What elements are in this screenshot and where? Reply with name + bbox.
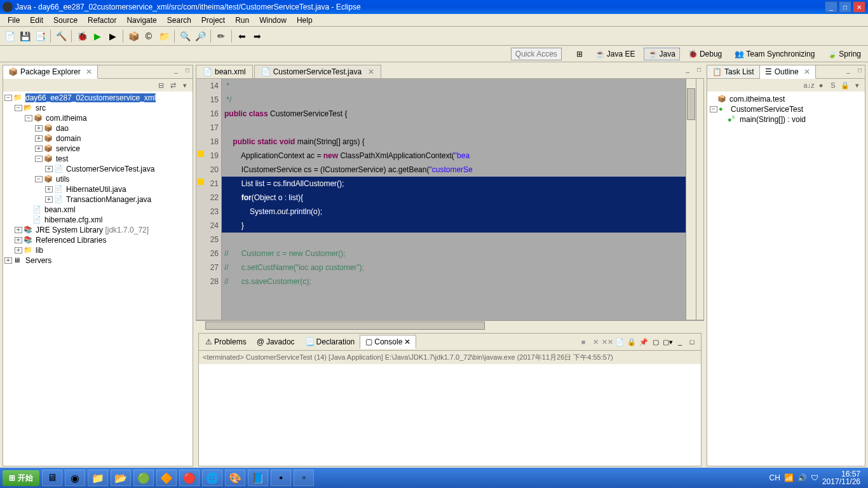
hide-static-button[interactable]: S <box>828 80 838 90</box>
open-console-button[interactable]: ▢▾ <box>663 337 673 347</box>
tree-file-hibernateutil[interactable]: +📄HibernateUtil.java <box>4 184 191 194</box>
display-console-button[interactable]: ▢ <box>651 337 661 347</box>
tree-jre[interactable]: +📚JRE System Library [jdk1.7.0_72] <box>4 225 191 235</box>
taskbar-eclipse-icon[interactable]: ◉ <box>65 470 85 486</box>
menu-help[interactable]: Help <box>292 15 318 26</box>
console-output[interactable] <box>199 364 701 466</box>
tree-src[interactable]: −📂src <box>4 103 191 113</box>
new-button[interactable]: 📄 <box>3 29 17 43</box>
clear-console-button[interactable]: 📄 <box>614 337 625 347</box>
editor-vscrollbar[interactable] <box>686 79 696 320</box>
overview-ruler[interactable] <box>696 79 703 320</box>
tree-folder-domain[interactable]: +📦domain <box>4 133 191 144</box>
tree-folder-utils[interactable]: −📦utils <box>4 174 191 184</box>
tree-folder-service[interactable]: +📦service <box>4 144 191 154</box>
tab-console[interactable]: ▢Console ✕ <box>360 335 416 349</box>
pin-console-button[interactable]: 📌 <box>639 337 649 347</box>
quick-access-input[interactable] <box>511 48 562 60</box>
taskbar-app3-icon[interactable]: 🔴 <box>179 470 200 486</box>
tray-icon[interactable]: 🛡 <box>811 473 818 482</box>
system-tray[interactable]: CH 📶 🔊 🛡 16:57 2017/11/26 <box>764 470 865 485</box>
start-button[interactable]: ⊞开始 <box>3 470 39 486</box>
close-icon[interactable]: ✕ <box>86 67 92 76</box>
tree-folder-dao[interactable]: +📦dao <box>4 123 191 133</box>
taskbar-explorer-icon[interactable]: 📁 <box>88 470 108 486</box>
link-editor-button[interactable]: ⇄ <box>168 80 178 90</box>
view-menu-button[interactable]: ▾ <box>852 80 862 90</box>
tree-file-hibernatexml[interactable]: 📄hibernate.cfg.xml <box>4 215 191 225</box>
editor-tab-beanxml[interactable]: 📄bean.xml <box>196 65 253 78</box>
new-package-button[interactable]: 📦 <box>126 29 140 43</box>
taskbar-word-icon[interactable]: 📘 <box>248 470 268 486</box>
minimize-view-button[interactable]: _ <box>171 65 181 74</box>
save-all-button[interactable]: 📑 <box>33 29 47 43</box>
ime-indicator[interactable]: CH <box>770 473 780 482</box>
sort-button[interactable]: a↓z <box>804 80 814 90</box>
outline-method[interactable]: ●Smain(String[]) : void <box>710 114 862 125</box>
run-button[interactable]: ▶ <box>90 29 104 43</box>
tree-file-beanxml[interactable]: 📄bean.xml <box>4 205 191 215</box>
collapse-all-button[interactable]: ⊟ <box>156 80 166 90</box>
taskbar-folder-icon[interactable]: 📂 <box>111 470 131 486</box>
code-area[interactable]: * */ public class CustomerServiceTest { … <box>222 79 686 320</box>
editor-tab-customerservicetest[interactable]: 📄CustomerServiceTest.java✕ <box>254 65 381 78</box>
warning-marker-icon[interactable] <box>198 151 204 157</box>
taskbar-clock[interactable]: 16:57 2017/11/26 <box>822 470 860 485</box>
maximize-button[interactable]: □ <box>839 1 851 13</box>
minimize-view-button[interactable]: _ <box>675 337 685 347</box>
maximize-view-button[interactable]: □ <box>182 65 193 74</box>
save-button[interactable]: 💾 <box>18 29 32 43</box>
tree-lib[interactable]: +📁lib <box>4 245 191 255</box>
close-icon[interactable]: ✕ <box>368 67 374 76</box>
taskbar-app4-icon[interactable]: 🎨 <box>225 470 245 486</box>
taskbar-chrome-icon[interactable]: 🌐 <box>202 470 222 486</box>
tray-icon[interactable]: 🔊 <box>797 473 807 482</box>
debug-button[interactable]: 🐞 <box>75 29 89 43</box>
scroll-lock-button[interactable]: 🔒 <box>627 337 637 347</box>
perspective-javaee[interactable]: ☕ Java EE <box>591 48 640 60</box>
tab-declaration[interactable]: 📃Declaration <box>300 336 360 348</box>
search-button[interactable]: 🔎 <box>193 29 207 43</box>
tab-tasklist[interactable]: 📋Task List <box>707 65 760 78</box>
package-explorer-tab[interactable]: 📦 Package Explorer ✕ <box>3 65 98 79</box>
taskbar-desktop-icon[interactable]: 🖥 <box>42 470 62 486</box>
run-ext-button[interactable]: ▶ <box>105 29 119 43</box>
tray-icon[interactable]: 📶 <box>784 473 794 482</box>
tree-folder-test[interactable]: −📦test <box>4 154 191 164</box>
tree-file-txmanager[interactable]: +📄TransactionManager.java <box>4 194 191 205</box>
minimize-button[interactable]: _ <box>825 1 837 13</box>
tree-file-test[interactable]: +📄CustomerServiceTest.java <box>4 164 191 174</box>
perspective-java[interactable]: ☕ Java <box>644 48 680 60</box>
close-icon[interactable]: ✕ <box>404 337 410 346</box>
taskbar-app1-icon[interactable]: 🟢 <box>133 470 154 486</box>
tree-servers[interactable]: +🖥Servers <box>4 255 191 266</box>
menu-file[interactable]: File <box>3 15 25 26</box>
new-class-button[interactable]: © <box>142 29 156 43</box>
code-editor[interactable]: 141516171819202122232425262728 * */ publ… <box>196 78 704 320</box>
menu-refactor[interactable]: Refactor <box>83 15 121 26</box>
editor-hscrollbar[interactable] <box>196 320 704 330</box>
package-explorer-tree[interactable]: −📁day66_ee287_02customerservice_xml −📂sr… <box>3 92 193 466</box>
tree-package[interactable]: −📦com.itheima <box>4 113 191 123</box>
remove-all-button[interactable]: ✕✕ <box>602 337 613 347</box>
tab-javadoc[interactable]: @Javadoc <box>252 336 300 348</box>
tree-project[interactable]: −📁day66_ee287_02customerservice_xml <box>4 93 191 103</box>
menu-window[interactable]: Window <box>254 15 292 26</box>
perspective-debug[interactable]: 🐞 Debug <box>684 48 726 60</box>
view-menu-button[interactable]: ▾ <box>180 80 190 90</box>
build-button[interactable]: 🔨 <box>54 29 68 43</box>
taskbar-app5-icon[interactable]: ▫ <box>294 470 314 486</box>
outline-package[interactable]: 📦com.itheima.test <box>710 94 862 104</box>
terminate-button[interactable]: ■ <box>578 337 588 347</box>
new-folder-button[interactable]: 📁 <box>157 29 171 43</box>
menu-navigate[interactable]: Navigate <box>121 15 161 26</box>
maximize-editor-button[interactable]: □ <box>694 65 704 74</box>
taskbar-cmd-icon[interactable]: ▪ <box>271 470 291 486</box>
menu-search[interactable]: Search <box>162 15 196 26</box>
open-type-button[interactable]: 🔍 <box>178 29 192 43</box>
maximize-view-button[interactable]: □ <box>687 337 697 347</box>
back-button[interactable]: ⬅ <box>235 29 249 43</box>
remove-launch-button[interactable]: ✕ <box>590 337 600 347</box>
close-button[interactable]: ✕ <box>853 1 865 13</box>
menu-project[interactable]: Project <box>196 15 230 26</box>
